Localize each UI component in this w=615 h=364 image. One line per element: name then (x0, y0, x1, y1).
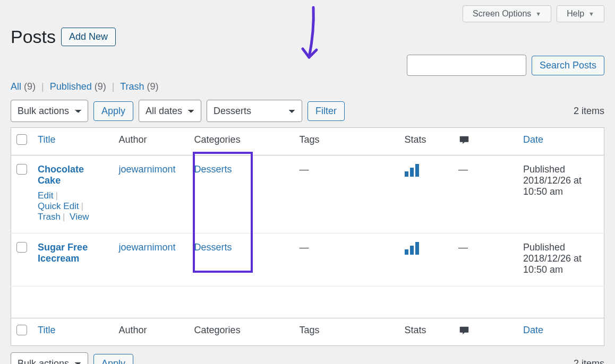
col-stats: Stats (399, 128, 454, 155)
comments-cell: — (458, 242, 468, 253)
post-title-link[interactable]: Sugar Free Icecream (38, 242, 88, 264)
trash-link[interactable]: Trash (38, 212, 61, 222)
bulk-actions-select[interactable]: Bulk actions (11, 100, 88, 122)
row-actions: Edit| Quick Edit| Trash| View (38, 190, 108, 222)
date-cell: Published 2018/12/26 at 10:50 am (518, 155, 604, 233)
date-filter-select[interactable]: All dates (139, 100, 201, 122)
comments-cell: — (458, 164, 468, 175)
row-checkbox[interactable] (16, 242, 27, 253)
page-title: Posts (11, 27, 56, 47)
add-new-button[interactable]: Add New (61, 28, 116, 46)
author-link[interactable]: joewarnimont (118, 164, 175, 175)
posts-table: Title Author Categories Tags Stats Date (11, 127, 604, 346)
col-title-foot[interactable]: Title (38, 325, 55, 335)
col-title[interactable]: Title (38, 134, 55, 145)
table-row: Sugar Free Icecream joewarnimont Dessert… (11, 233, 604, 287)
filter-trash-link[interactable]: Trash (120, 81, 144, 92)
help-button[interactable]: Help ▼ (557, 5, 604, 22)
date-cell: Published 2018/12/26 at 10:50 am (518, 233, 604, 287)
col-author: Author (113, 128, 189, 155)
row-checkbox[interactable] (16, 164, 27, 175)
search-posts-button[interactable]: Search Posts (532, 56, 604, 75)
search-input[interactable] (407, 55, 526, 76)
col-tags-foot: Tags (294, 318, 399, 346)
view-link[interactable]: View (70, 212, 89, 222)
chevron-down-icon: ▼ (535, 11, 541, 17)
col-comments (453, 128, 518, 155)
quick-edit-link[interactable]: Quick Edit (38, 201, 79, 211)
col-categories: Categories (189, 128, 294, 155)
chevron-down-icon: ▼ (588, 11, 594, 17)
screen-options-button[interactable]: Screen Options ▼ (463, 5, 551, 22)
author-link[interactable]: joewarnimont (118, 242, 175, 253)
screen-options-label: Screen Options (473, 9, 531, 19)
col-author-foot: Author (113, 318, 189, 346)
col-date[interactable]: Date (523, 134, 543, 145)
items-count: 2 items (574, 106, 604, 117)
comment-icon (458, 134, 470, 144)
select-all-checkbox[interactable] (16, 134, 27, 145)
stats-icon[interactable] (405, 242, 419, 255)
items-count-bottom: 2 items (574, 358, 604, 365)
col-comments-foot (453, 318, 518, 346)
col-tags: Tags (294, 128, 399, 155)
table-row: Chocolate Cake Edit| Quick Edit| Trash| … (11, 155, 604, 233)
apply-button[interactable]: Apply (93, 101, 133, 121)
help-label: Help (567, 9, 584, 19)
bulk-actions-select-bottom[interactable]: Bulk actions (11, 352, 88, 364)
apply-button-bottom[interactable]: Apply (93, 354, 133, 365)
category-link[interactable]: Desserts (194, 164, 232, 175)
post-title-link[interactable]: Chocolate Cake (38, 164, 84, 186)
col-date-foot[interactable]: Date (523, 325, 543, 335)
select-all-checkbox-bottom[interactable] (16, 325, 27, 335)
table-spacer-row (11, 287, 604, 318)
col-stats-foot: Stats (399, 318, 454, 346)
tags-cell: — (300, 164, 309, 175)
category-filter-select[interactable]: Desserts (207, 100, 302, 122)
col-categories-foot: Categories (189, 318, 294, 346)
filter-published-link[interactable]: Published (50, 81, 92, 92)
status-filter-links: All (9) | Published (9) | Trash (9) (11, 81, 604, 92)
category-link[interactable]: Desserts (194, 242, 232, 253)
edit-link[interactable]: Edit (38, 190, 53, 201)
stats-icon[interactable] (405, 164, 419, 177)
comment-icon (458, 325, 470, 334)
filter-all-link[interactable]: All (11, 81, 21, 92)
tags-cell: — (300, 242, 309, 253)
filter-button[interactable]: Filter (308, 101, 345, 121)
